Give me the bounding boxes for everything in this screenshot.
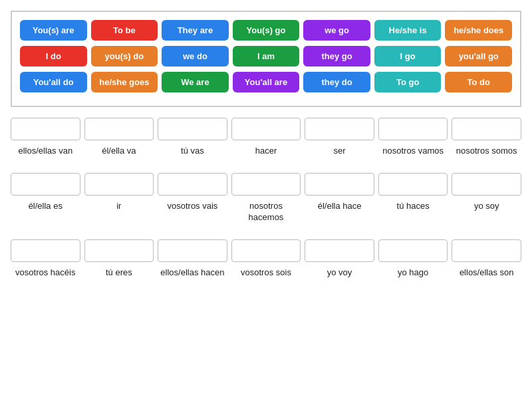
word-chip-we-go[interactable]: we go [303, 20, 370, 41]
drop-zone-row-1 [11, 118, 521, 140]
word-chip-to-do[interactable]: To do [445, 72, 512, 92]
match-section-3: vosotros hacéistú eresellos/ellas hacenv… [11, 239, 521, 281]
answer-cell-1-5: nosotros vamos [378, 143, 448, 160]
word-bank-row3: You'all dohe/she goesWe areYou'all areth… [20, 72, 512, 92]
drop-zone-row-2 [11, 173, 521, 196]
answer-cell-3-5: yo hago [378, 265, 448, 281]
answer-cell-2-5: tú haces [378, 198, 448, 226]
drop-box-3-5[interactable] [378, 239, 448, 262]
drop-box-1-1[interactable] [84, 118, 154, 140]
drop-box-2-0[interactable] [11, 173, 80, 196]
drop-box-2-4[interactable] [305, 173, 374, 196]
drop-box-3-6[interactable] [452, 239, 521, 262]
answer-cell-2-0: él/ella es [11, 198, 80, 226]
answer-cell-2-2: vosotros vais [158, 198, 227, 226]
answer-cell-3-2: ellos/ellas hacen [158, 265, 227, 281]
drop-box-3-3[interactable] [231, 239, 301, 262]
answer-cell-3-1: tú eres [84, 265, 154, 281]
drop-box-3-1[interactable] [84, 239, 154, 262]
drop-zone-row-3 [11, 239, 521, 262]
answer-cell-3-4: yo voy [305, 265, 374, 281]
drop-box-2-5[interactable] [378, 173, 448, 196]
answer-cell-1-4: ser [305, 143, 374, 160]
drop-box-3-0[interactable] [11, 239, 80, 262]
drop-box-1-0[interactable] [11, 118, 80, 140]
drop-box-1-5[interactable] [378, 118, 448, 140]
drop-box-1-6[interactable] [452, 118, 521, 140]
drop-box-2-1[interactable] [84, 173, 154, 196]
word-chip-they-do[interactable]: they do [303, 72, 370, 92]
answer-cell-2-1: ir [84, 198, 154, 226]
drop-box-3-2[interactable] [158, 239, 227, 262]
word-chip-they-go[interactable]: they go [303, 46, 370, 66]
answer-cell-1-1: él/ella va [84, 143, 154, 160]
word-chip-they-are[interactable]: They are [162, 20, 229, 41]
word-chip-youall-do[interactable]: You'all do [20, 72, 87, 92]
word-bank-row1: You(s) areTo beThey areYou(s) gowe goHe/… [20, 20, 512, 41]
word-chip-youall-go[interactable]: you'all go [445, 46, 512, 66]
drop-box-3-4[interactable] [305, 239, 374, 262]
answer-cell-1-0: ellos/ellas van [11, 143, 80, 160]
drop-box-1-4[interactable] [305, 118, 374, 140]
word-chip-youall-are[interactable]: You'all are [233, 72, 300, 92]
word-chip-yous-do[interactable]: you(s) do [91, 46, 158, 66]
word-bank-container: You(s) areTo beThey areYou(s) gowe goHe/… [11, 11, 521, 107]
drop-box-1-3[interactable] [231, 118, 301, 140]
answer-cell-1-3: hacer [231, 143, 301, 160]
answer-row-3: vosotros hacéistú eresellos/ellas hacenv… [11, 265, 521, 281]
answer-row-2: él/ella esirvosotros vaisnosotros hacemo… [11, 198, 521, 226]
word-chip-to-be[interactable]: To be [91, 20, 158, 41]
answer-cell-1-2: tú vas [158, 143, 227, 160]
match-section-2: él/ella esirvosotros vaisnosotros hacemo… [11, 173, 521, 226]
answer-cell-2-3: nosotros hacemos [231, 198, 301, 226]
answer-cell-2-6: yo soy [452, 198, 521, 226]
word-chip-yous-are[interactable]: You(s) are [20, 20, 87, 41]
word-chip-heshe-goes[interactable]: he/she goes [91, 72, 158, 92]
drop-box-2-3[interactable] [231, 173, 301, 196]
word-chip-heshedoes[interactable]: he/she does [445, 20, 512, 41]
drop-box-2-2[interactable] [158, 173, 227, 196]
drop-box-1-2[interactable] [158, 118, 227, 140]
answer-cell-1-6: nosotros somos [452, 143, 521, 160]
answer-row-1: ellos/ellas vanél/ella vatú vashacersern… [11, 143, 521, 160]
word-chip-i-am[interactable]: I am [233, 46, 300, 66]
word-chip-yous-go[interactable]: You(s) go [233, 20, 300, 41]
word-chip-i-do[interactable]: I do [20, 46, 87, 66]
word-bank-row2: I doyou(s) dowe doI amthey goI goyou'all… [20, 46, 512, 66]
word-chip-we-do[interactable]: we do [162, 46, 229, 66]
answer-cell-3-3: vosotros sois [231, 265, 301, 281]
drop-box-2-6[interactable] [452, 173, 521, 196]
word-chip-hesheis[interactable]: He/she is [374, 20, 442, 41]
word-chip-we-are[interactable]: We are [162, 72, 229, 92]
answer-cell-3-0: vosotros hacéis [11, 265, 80, 281]
word-chip-to-go[interactable]: To go [374, 72, 442, 92]
answer-cell-2-4: él/ella hace [305, 198, 374, 226]
answer-cell-3-6: ellos/ellas son [452, 265, 521, 281]
word-chip-i-go[interactable]: I go [374, 46, 442, 66]
match-section-1: ellos/ellas vanél/ella vatú vashacersern… [11, 118, 521, 160]
sections-container: ellos/ellas vanél/ella vatú vashacersern… [11, 118, 521, 281]
